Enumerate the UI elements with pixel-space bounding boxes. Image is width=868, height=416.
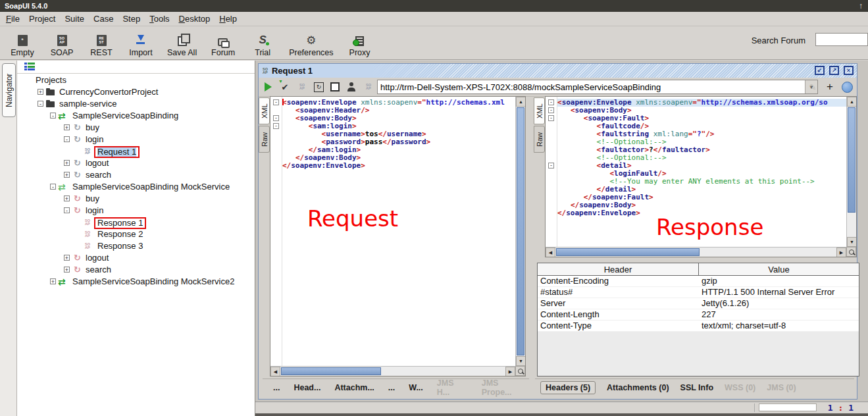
menu-file[interactable]: File	[6, 14, 20, 24]
expand-toggle-icon[interactable]: +	[64, 160, 70, 166]
collapse-toggle-icon[interactable]: -	[50, 184, 56, 190]
request-tab-[interactable]: ...	[388, 383, 395, 392]
tree-item-request-1[interactable]: Request 1	[17, 145, 255, 157]
tree-options-icon[interactable]	[24, 63, 35, 70]
toolbar-soap[interactable]: SOAP	[49, 28, 75, 57]
scroll-down-icon[interactable]: ▼	[847, 237, 857, 247]
fold-collapse-icon[interactable]: -	[548, 115, 554, 121]
menu-project[interactable]: Project	[29, 14, 55, 24]
tree-item-sampleservicesoapbinding[interactable]: -SampleServiceSoapBinding	[17, 110, 255, 122]
toolbar-rest[interactable]: REST	[88, 28, 115, 57]
soap-xml-icon[interactable]	[297, 82, 307, 92]
scrollbar-thumb[interactable]	[556, 248, 700, 256]
toolbar-preferences[interactable]: Preferences	[289, 28, 333, 57]
auth-icon[interactable]	[346, 82, 357, 92]
tab-response-raw[interactable]: Raw	[534, 126, 545, 153]
fold-collapse-icon[interactable]: -	[273, 99, 279, 105]
tree-item-buy[interactable]: +buy	[17, 122, 255, 134]
response-tab-attachments-0[interactable]: Attachments (0)	[607, 383, 669, 392]
scroll-right-icon[interactable]: ▶	[505, 367, 515, 377]
submit-icon[interactable]	[280, 82, 290, 92]
search-forum-input[interactable]	[815, 33, 868, 46]
menu-tools[interactable]: Tools	[149, 14, 169, 24]
expand-toggle-icon[interactable]: +	[38, 89, 43, 95]
scroll-down-icon[interactable]: ▼	[516, 356, 526, 366]
tab-request-raw[interactable]: Raw	[259, 126, 270, 153]
request-tab-head[interactable]: Head...	[294, 383, 320, 392]
toolbar-save-all[interactable]: Save All	[167, 28, 197, 57]
collapse-toggle-icon[interactable]: -	[64, 136, 70, 142]
endpoint-url-input[interactable]	[378, 80, 805, 93]
run-icon[interactable]	[263, 82, 273, 92]
request-tab-jms-h[interactable]: JMS H...	[437, 378, 468, 397]
expand-toggle-icon[interactable]: +	[64, 195, 70, 201]
scroll-left-icon[interactable]: ◀	[270, 367, 280, 377]
header-row[interactable]: #status#HTTP/1.1 500 Internal Server Err…	[538, 287, 859, 298]
tree-item-search[interactable]: +search	[17, 264, 255, 276]
response-tab-jms-0[interactable]: JMS (0)	[767, 383, 796, 392]
scroll-left-icon[interactable]: ◀	[546, 247, 555, 257]
tree-item-login[interactable]: -login	[17, 205, 255, 217]
toolbar-trial[interactable]: Trial	[249, 28, 276, 57]
magnifier-icon[interactable]	[515, 366, 525, 376]
stop-icon[interactable]	[330, 82, 340, 91]
magnifier-icon[interactable]	[846, 247, 856, 257]
response-tab-ssl-info[interactable]: SSL Info	[680, 383, 713, 392]
collapse-toggle-icon[interactable]: -	[50, 113, 56, 118]
tree-item-login[interactable]: -login	[17, 134, 255, 145]
response-horizontal-scrollbar[interactable]: ◀ ▶	[546, 247, 846, 257]
tree-item-response-1[interactable]: Response 1	[17, 217, 255, 228]
tree-item-logout[interactable]: +logout	[17, 157, 255, 169]
tree-item-response-3[interactable]: Response 3	[17, 240, 255, 252]
close-icon[interactable]: ×	[844, 66, 854, 75]
help-icon[interactable]	[842, 82, 853, 93]
header-row[interactable]: Content-Typetext/xml; charset=utf-8	[538, 321, 859, 332]
request-tab-w[interactable]: W...	[409, 383, 423, 392]
expand-toggle-icon[interactable]: +	[64, 172, 70, 178]
scroll-up-icon[interactable]: ▲	[847, 97, 857, 107]
scrollbar-thumb[interactable]	[281, 367, 381, 375]
fold-collapse-icon[interactable]: -	[273, 123, 279, 129]
menu-suite[interactable]: Suite	[64, 14, 84, 24]
fold-collapse-icon[interactable]: -	[548, 107, 554, 113]
tree-item-sampleservicesoapbinding-mockservice[interactable]: -SampleServiceSoapBinding MockService	[17, 181, 255, 193]
toolbar-empty[interactable]: Empty	[9, 28, 36, 57]
menu-desktop[interactable]: Desktop	[179, 14, 211, 24]
header-row[interactable]: ServerJetty(6.1.26)	[538, 298, 859, 309]
recreate-icon[interactable]	[314, 82, 324, 92]
expand-toggle-icon[interactable]: +	[64, 124, 70, 130]
request-window-title-bar[interactable]: Request 1 ↙ ↗ ×	[259, 64, 857, 78]
response-tab-headers-5[interactable]: Headers (5)	[540, 381, 596, 394]
menu-help[interactable]: Help	[219, 14, 237, 24]
tree-item-sampleservicesoapbinding-mockservice2[interactable]: +SampleServiceSoapBinding MockService2	[17, 276, 255, 288]
navigator-tab[interactable]: Navigator	[2, 63, 16, 117]
fold-collapse-icon[interactable]: -	[548, 163, 554, 169]
menu-case[interactable]: Case	[93, 14, 113, 24]
scrollbar-thumb[interactable]	[848, 107, 855, 213]
scrollbar-thumb[interactable]	[517, 107, 524, 355]
tree-item-sample-service[interactable]: -sample-service	[17, 98, 255, 110]
fold-collapse-icon[interactable]: -	[273, 115, 279, 121]
tree-item-search[interactable]: +search	[17, 169, 255, 181]
restore-icon[interactable]: ↙	[815, 66, 825, 75]
scroll-right-icon[interactable]: ▶	[836, 247, 846, 257]
header-row[interactable]: Content-Encodinggzip	[538, 276, 859, 287]
toolbar-forum[interactable]: Forum	[210, 28, 236, 57]
collapse-toggle-icon[interactable]: -	[38, 101, 43, 107]
response-tab-wss-0[interactable]: WSS (0)	[725, 383, 755, 392]
maximize-icon[interactable]: ↗	[829, 66, 839, 75]
expand-toggle-icon[interactable]: +	[64, 267, 70, 273]
scroll-up-icon[interactable]: ▲	[516, 97, 526, 107]
request-vertical-scrollbar[interactable]: ▲ ▼	[515, 97, 525, 366]
request-horizontal-scrollbar[interactable]: ◀ ▶	[270, 366, 515, 376]
menu-step[interactable]: Step	[122, 14, 140, 24]
fold-collapse-icon[interactable]: -	[548, 99, 554, 105]
collapse-toggle-icon[interactable]: -	[64, 207, 70, 213]
request-tab-attachm[interactable]: Attachm...	[334, 383, 374, 392]
tab-request-xml[interactable]: XML	[259, 97, 270, 124]
tab-response-xml[interactable]: XML	[534, 97, 545, 124]
expand-toggle-icon[interactable]: +	[64, 255, 70, 261]
tree-item-buy[interactable]: +buy	[17, 193, 255, 205]
edit-disabled-icon[interactable]	[807, 82, 818, 92]
header-row[interactable]: Content-Length227	[538, 309, 859, 321]
